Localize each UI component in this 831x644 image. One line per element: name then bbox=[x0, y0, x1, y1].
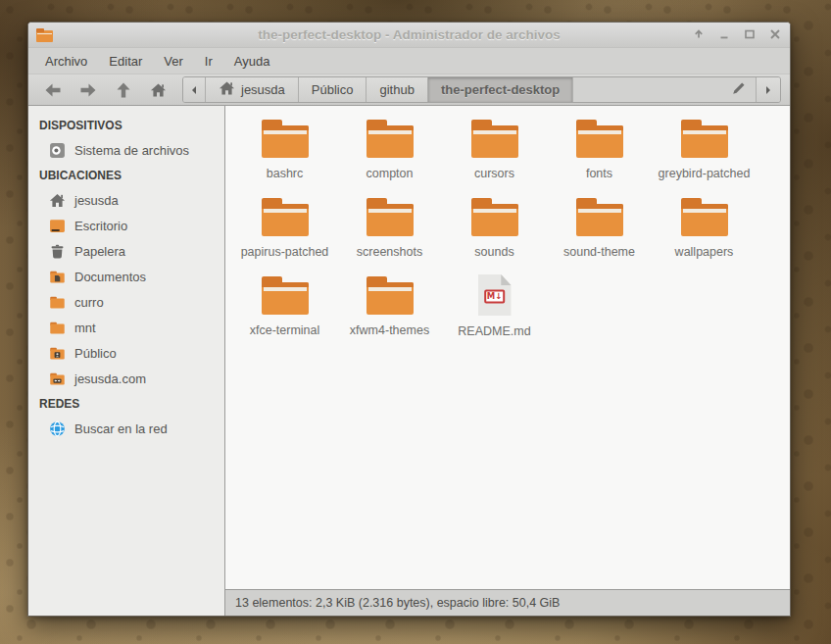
breadcrumb-label: Público bbox=[312, 82, 354, 97]
breadcrumb-label: the-perfect-desktop bbox=[441, 82, 560, 97]
file-label: wallpapers bbox=[675, 245, 734, 259]
file-wallpapers[interactable]: wallpapers bbox=[652, 195, 757, 273]
back-button[interactable] bbox=[37, 77, 68, 103]
close-button[interactable] bbox=[767, 27, 782, 42]
folder-icon bbox=[681, 120, 728, 158]
sidebar-item-público[interactable]: Público bbox=[28, 340, 224, 366]
sidebar-item-mnt[interactable]: mnt bbox=[28, 315, 224, 340]
folder-icon bbox=[49, 294, 66, 311]
sidebar: DISPOSITIVOSSistema de archivosUBICACION… bbox=[28, 106, 225, 616]
statusbar-text: 13 elementos: 2,3 KiB (2.316 bytes), esp… bbox=[235, 596, 560, 610]
menu-ayuda[interactable]: Ayuda bbox=[223, 50, 281, 73]
folder-public-icon bbox=[49, 345, 66, 362]
menu-ver[interactable]: Ver bbox=[153, 50, 194, 73]
folder-icon bbox=[262, 120, 309, 158]
folder-icon bbox=[576, 120, 623, 158]
file-label: xfwm4-themes bbox=[350, 323, 429, 337]
maximize-button[interactable] bbox=[742, 27, 757, 42]
menu-editar[interactable]: Editar bbox=[98, 50, 153, 73]
folder-icon bbox=[49, 320, 66, 336]
breadcrumb-spacer bbox=[573, 77, 722, 102]
folder-icon bbox=[262, 198, 309, 236]
toolbar-nav bbox=[37, 77, 173, 103]
file-greybird-patched[interactable]: greybird-patched bbox=[652, 117, 757, 195]
markdown-file-icon: M↓ bbox=[478, 274, 512, 316]
breadcrumb-the-perfect-desktop[interactable]: the-perfect-desktop bbox=[428, 77, 573, 102]
folder-icon bbox=[262, 276, 309, 315]
main-pane: bashrccomptoncursorsfontsgreybird-patche… bbox=[225, 106, 790, 616]
menu-archivo[interactable]: Archivo bbox=[34, 50, 98, 73]
shade-button[interactable] bbox=[691, 27, 706, 42]
breadcrumb-scroll-left-button[interactable] bbox=[183, 77, 206, 102]
desktop-background: the-perfect-desktop - Administrador de a… bbox=[0, 0, 831, 644]
sidebar-item-curro[interactable]: curro bbox=[28, 289, 224, 315]
shade-icon bbox=[693, 26, 705, 44]
sidebar-header-ubicaciones: UBICACIONES bbox=[28, 163, 224, 187]
file-grid: bashrccomptoncursorsfontsgreybird-patche… bbox=[225, 106, 790, 589]
sidebar-item-label: Escritorio bbox=[74, 219, 127, 233]
chevron-left-icon bbox=[190, 81, 198, 99]
folder-icon bbox=[367, 198, 414, 236]
file-sound-theme[interactable]: sound-theme bbox=[547, 195, 652, 273]
breadcrumb-scroll-right-button[interactable] bbox=[756, 77, 780, 102]
sidebar-item-label: Documentos bbox=[74, 270, 146, 284]
maximize-icon bbox=[744, 26, 756, 44]
file-manager-window: the-perfect-desktop - Administrador de a… bbox=[27, 22, 791, 617]
file-label: bashrc bbox=[267, 167, 304, 180]
folder-documents-icon bbox=[49, 269, 66, 285]
minimize-button[interactable] bbox=[716, 27, 731, 42]
folder-icon bbox=[471, 198, 518, 236]
arrow-up-icon bbox=[116, 81, 131, 99]
sidebar-item-papelera[interactable]: Papelera bbox=[28, 238, 224, 264]
folder-remote-icon bbox=[49, 371, 66, 387]
file-compton[interactable]: compton bbox=[337, 117, 442, 195]
sidebar-header-dispositivos: DISPOSITIVOS bbox=[28, 113, 224, 137]
titlebar[interactable]: the-perfect-desktop - Administrador de a… bbox=[28, 23, 790, 48]
up-button[interactable] bbox=[108, 77, 138, 103]
file-label: screenshots bbox=[357, 245, 422, 259]
file-label: greybird-patched bbox=[659, 167, 751, 180]
chevron-right-icon bbox=[764, 81, 772, 99]
sidebar-item-documentos[interactable]: Documentos bbox=[28, 264, 224, 289]
forward-button[interactable] bbox=[73, 77, 103, 103]
file-cursors[interactable]: cursors bbox=[442, 117, 547, 195]
folder-icon bbox=[367, 276, 414, 315]
pencil-icon bbox=[731, 80, 747, 100]
file-screenshots[interactable]: screenshots bbox=[337, 195, 442, 273]
breadcrumb-label: github bbox=[379, 82, 414, 97]
folder-icon bbox=[471, 120, 518, 158]
sidebar-item-label: Público bbox=[74, 346, 117, 361]
file-label: fonts bbox=[586, 167, 612, 180]
file-label: sounds bbox=[474, 245, 513, 259]
sidebar-item-label: Buscar en la red bbox=[74, 421, 168, 436]
file-papirus-patched[interactable]: papirus-patched bbox=[232, 195, 337, 273]
breadcrumb-label: jesusda bbox=[241, 82, 285, 97]
menu-ir[interactable]: Ir bbox=[194, 50, 223, 73]
arrow-left-icon bbox=[44, 82, 62, 98]
file-readme.md[interactable]: M↓README.md bbox=[442, 273, 547, 352]
sidebar-item-jesusda[interactable]: jesusda bbox=[28, 187, 224, 213]
menubar: ArchivoEditarVerIrAyuda bbox=[28, 48, 790, 74]
minimize-icon bbox=[718, 26, 730, 44]
breadcrumb-jesusda[interactable]: jesusda bbox=[206, 77, 299, 102]
home-icon bbox=[150, 82, 167, 98]
edit-path-button[interactable] bbox=[722, 77, 756, 102]
file-xfce-terminal[interactable]: xfce-terminal bbox=[232, 273, 337, 352]
breadcrumb-Público[interactable]: Público bbox=[299, 77, 367, 102]
sidebar-item-escritorio[interactable]: Escritorio bbox=[28, 213, 224, 238]
file-fonts[interactable]: fonts bbox=[547, 117, 652, 195]
home-icon bbox=[49, 192, 66, 209]
sidebar-item-label: jesusda.com bbox=[74, 372, 146, 386]
desktop-icon bbox=[49, 218, 66, 234]
home-button[interactable] bbox=[143, 77, 173, 103]
file-bashrc[interactable]: bashrc bbox=[232, 117, 337, 195]
sidebar-item-buscar-en-la-red[interactable]: Buscar en la red bbox=[28, 416, 224, 441]
sidebar-item-jesusda.com[interactable]: jesusda.com bbox=[28, 366, 224, 391]
breadcrumb-github[interactable]: github bbox=[367, 77, 427, 102]
sidebar-item-sistema-de-archivos[interactable]: Sistema de archivos bbox=[28, 137, 224, 163]
file-xfwm4-themes[interactable]: xfwm4-themes bbox=[337, 273, 442, 352]
folder-icon bbox=[367, 120, 414, 158]
toolbar: jesusdaPúblicogithubthe-perfect-desktop bbox=[28, 74, 790, 106]
file-sounds[interactable]: sounds bbox=[442, 195, 547, 273]
file-label: cursors bbox=[474, 167, 514, 180]
